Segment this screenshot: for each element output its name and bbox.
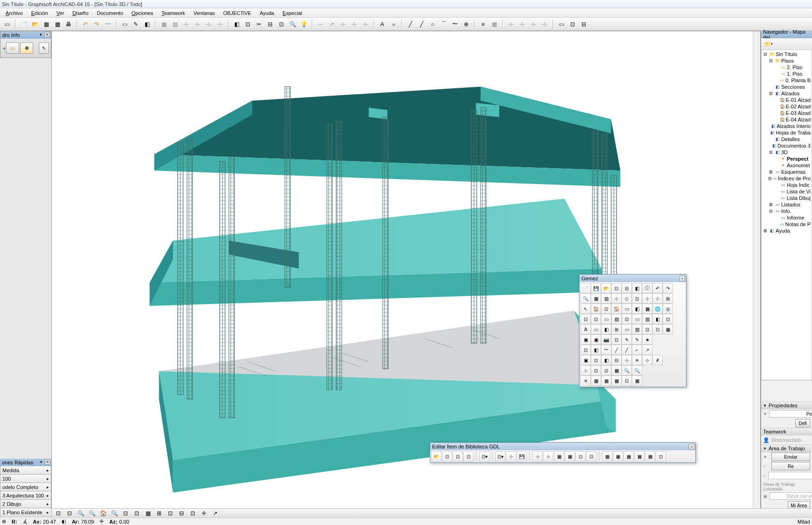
- nav-tool-icon[interactable]: ▦: [143, 508, 153, 518]
- gdl-tool-icon[interactable]: ⊹: [532, 451, 543, 461]
- palette-tool-icon[interactable]: ╱: [611, 345, 622, 355]
- palette-tool-icon[interactable]: ⊡: [591, 355, 601, 365]
- palette-tool-icon[interactable]: ⌐: [632, 345, 642, 355]
- tool-trim-icon[interactable]: ⊟: [265, 19, 275, 29]
- palette-tool-icon[interactable]: ↶: [652, 283, 663, 293]
- palette-tool-icon[interactable]: 📷: [601, 334, 611, 345]
- tool-move1-icon[interactable]: ⊹: [506, 19, 516, 29]
- define-button[interactable]: Defi: [795, 419, 810, 427]
- close-icon[interactable]: ×: [689, 444, 694, 449]
- gdl-tool-icon[interactable]: ▦: [623, 451, 634, 461]
- tree-item[interactable]: ▭Lista Dibuj: [763, 195, 811, 201]
- properties-header[interactable]: ▼ Propiedades: [761, 402, 812, 409]
- tree-item[interactable]: ⊞◧Ayuda: [763, 227, 811, 234]
- tree-item[interactable]: ▭0. Planta B: [763, 77, 811, 84]
- menu-documento[interactable]: Documento: [93, 9, 127, 17]
- palette-tool-icon[interactable]: 〜: [601, 345, 611, 355]
- expand-icon[interactable]: ⊟: [768, 149, 774, 155]
- tree-item[interactable]: ▭Hoja Índic: [763, 182, 811, 188]
- expand-icon[interactable]: [774, 64, 779, 70]
- nav-tool-icon[interactable]: 🔍: [76, 508, 86, 518]
- tool-select-icon[interactable]: ▭: [556, 19, 567, 29]
- gdl-editor-palette[interactable]: Editar Ítem de Biblioteca GDL × 📂⊡⊡⊡⊡▾⊡▾…: [430, 442, 696, 463]
- palette-tool-icon[interactable]: ⊡: [581, 314, 591, 324]
- release-button[interactable]: Re: [771, 462, 810, 470]
- minimize-icon[interactable]: ▾: [38, 32, 43, 37]
- palette-tool-icon[interactable]: ⊹: [652, 293, 663, 304]
- tree-item[interactable]: ⊟◧Alzados: [763, 90, 811, 97]
- palette-tool-icon[interactable]: ⊹: [642, 293, 652, 304]
- menu-ayuda[interactable]: Ayuda: [256, 9, 278, 17]
- palette-tool-icon[interactable]: ⊡: [591, 314, 601, 324]
- tool-undo-icon[interactable]: ↶: [80, 19, 91, 29]
- tool-arc-icon[interactable]: ⌒: [439, 19, 449, 29]
- expand-icon[interactable]: ⊞: [768, 169, 774, 175]
- gdl-tool-icon[interactable]: ⊡: [575, 451, 586, 461]
- quick-panel-header[interactable]: ones Rápidas ▾ ×: [0, 459, 51, 466]
- tree-item[interactable]: ◧Secciones: [763, 84, 811, 90]
- quick-option-row[interactable]: 1 Plano Existente▸: [0, 508, 51, 517]
- palette-tool-icon[interactable]: ▭: [632, 314, 642, 324]
- gdl-tool-icon[interactable]: ⊡: [656, 451, 666, 461]
- palette-tool-icon[interactable]: ↖: [581, 304, 591, 314]
- palette-tool-icon[interactable]: A: [581, 324, 591, 334]
- close-icon[interactable]: ×: [45, 459, 50, 465]
- palette-tool-icon[interactable]: ◧: [632, 283, 642, 293]
- palette-tool-icon[interactable]: ⊞: [611, 324, 622, 334]
- palette-tool-icon[interactable]: ▦: [591, 376, 601, 386]
- tool-cut-icon[interactable]: ✂: [254, 19, 264, 29]
- tree-item[interactable]: ⊟◧3D: [763, 149, 811, 156]
- menu-ver[interactable]: Ver: [53, 9, 68, 17]
- tool-fill2-icon[interactable]: ▦: [489, 19, 499, 29]
- gdl-tool-icon[interactable]: ⊡▾: [495, 451, 505, 461]
- expand-icon[interactable]: ⊞: [768, 202, 774, 207]
- palette-tool-icon[interactable]: 📄: [581, 283, 591, 293]
- tree-item[interactable]: ⊟📁Pisos: [763, 57, 811, 64]
- tool-snap2-icon[interactable]: ⊹: [192, 19, 203, 29]
- tree-item[interactable]: ◧Documentos 3: [763, 142, 811, 149]
- palette-tool-icon[interactable]: ⊡: [601, 304, 611, 314]
- tool-set-icon[interactable]: ⊡: [567, 19, 578, 29]
- tool-redo-icon[interactable]: ↷: [91, 19, 102, 29]
- palette-tool-icon[interactable]: ✎: [622, 334, 632, 345]
- palette-tool-icon[interactable]: ⊹: [642, 355, 652, 365]
- palette-tool-icon[interactable]: ↷: [663, 283, 673, 293]
- palette-tool-icon[interactable]: 🔍: [632, 365, 642, 376]
- tree-item[interactable]: ▭Notas de P: [763, 221, 811, 227]
- palette-tool-icon[interactable]: ⊹: [622, 355, 632, 365]
- palette-tool-icon[interactable]: ⊹: [611, 293, 622, 304]
- palette-tool-icon[interactable]: ╱: [622, 345, 632, 355]
- tool-dim2-icon[interactable]: ↗: [327, 19, 337, 29]
- nav-project-map-icon[interactable]: 📁▾: [762, 39, 775, 49]
- palette-tool-icon[interactable]: ◧: [632, 304, 642, 314]
- palette-tool-icon[interactable]: ★: [642, 334, 652, 345]
- tool-line-icon[interactable]: ╱: [405, 19, 415, 29]
- expand-icon[interactable]: [774, 215, 779, 220]
- palette-tool-icon[interactable]: ▨: [642, 314, 652, 324]
- chevron-left-icon[interactable]: ◀: [2, 46, 5, 50]
- palette-tool-icon[interactable]: ⊡: [601, 365, 611, 376]
- tool-layers-icon[interactable]: ▭: [119, 19, 130, 29]
- tool-spline-icon[interactable]: 〜: [450, 19, 460, 29]
- tree-item[interactable]: ✦Perspect: [763, 156, 811, 162]
- tool-wave-icon[interactable]: 〰: [103, 19, 113, 29]
- reserve-field[interactable]: [768, 472, 812, 479]
- palette-tool-icon[interactable]: ✕: [581, 376, 591, 386]
- palette-tool-icon[interactable]: ⊹: [581, 365, 591, 376]
- palette-tool-icon[interactable]: ⊟: [611, 355, 622, 365]
- tool-pen-icon[interactable]: ✎: [131, 19, 141, 29]
- palette-tool-icon[interactable]: ▨: [601, 293, 611, 304]
- palette-tool-icon[interactable]: ▨: [611, 314, 622, 324]
- tool-move3-icon[interactable]: ⊹: [528, 19, 539, 29]
- quick-option-row[interactable]: 100▸: [0, 475, 51, 483]
- tool-find-icon[interactable]: 🔍: [287, 19, 298, 29]
- tool-snap4-icon[interactable]: ⊹: [215, 19, 225, 29]
- expand-icon[interactable]: [774, 156, 779, 162]
- palette-tool-icon[interactable]: ▭: [601, 314, 611, 324]
- tool-bulb-icon[interactable]: 💡: [299, 19, 309, 29]
- palette-tool-icon[interactable]: ⊡: [611, 334, 622, 345]
- palette-tool-icon[interactable]: 💾: [591, 283, 601, 293]
- nav-tool-icon[interactable]: ⊡: [53, 508, 63, 518]
- tool-marquee-icon[interactable]: ▭: [2, 19, 12, 29]
- palette-tool-icon[interactable]: ▣: [581, 334, 591, 345]
